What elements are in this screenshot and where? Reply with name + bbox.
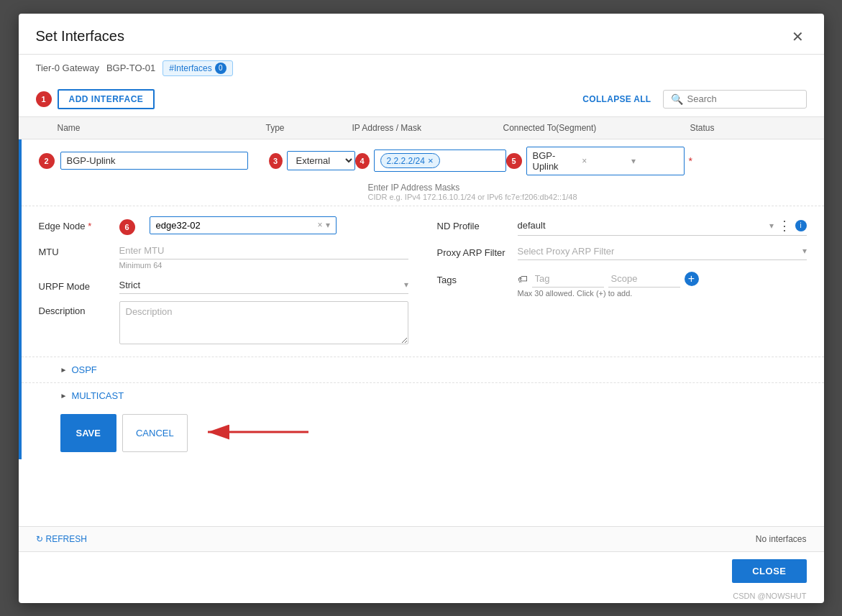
dialog-bottom: CLOSE — [19, 551, 824, 590]
name-cell — [60, 152, 269, 170]
ip-tag-remove[interactable]: × — [428, 155, 434, 166]
ip-tag-value: 2.2.2.2/24 — [387, 156, 425, 166]
col-check — [36, 123, 58, 133]
multicast-section[interactable]: ► MULTICAST — [22, 382, 824, 408]
proxy-arp-chevron[interactable]: ▾ — [802, 246, 807, 256]
badge-label: #Interfaces — [169, 63, 211, 73]
connected-clear-icon[interactable]: × — [582, 156, 628, 166]
tag-icon: 🏷 — [518, 273, 528, 285]
mtu-control: Minimum 64 — [119, 242, 408, 270]
multicast-label: MULTICAST — [71, 390, 124, 401]
empty-area — [19, 492, 824, 526]
urpf-label: URPF Mode — [39, 277, 111, 292]
urpf-chevron[interactable]: ▾ — [404, 280, 408, 290]
edge-node-field[interactable]: × ▾ — [150, 216, 337, 234]
details-right: ND Profile default ▾ ⋮ i — [437, 216, 807, 354]
type-cell: 3 External Service Loopback — [269, 151, 355, 170]
edge-node-input[interactable] — [156, 220, 315, 231]
tags-row-wrap: Tags 🏷 + Max 30 allowed. Click (+) to ad… — [437, 270, 807, 298]
name-input[interactable] — [60, 152, 248, 170]
details-section: Edge Node * 6 × ▾ — [22, 206, 824, 357]
description-row: Description — [39, 301, 408, 346]
proxy-arp-row: Proxy ARP Filter Select Proxy ARP Filter… — [437, 243, 807, 260]
mtu-hint: Minimum 64 — [119, 261, 408, 270]
proxy-arp-control: Select Proxy ARP Filter ▾ — [518, 243, 807, 260]
interfaces-badge[interactable]: #Interfaces 0 — [163, 60, 232, 76]
description-control — [119, 301, 408, 346]
edge-node-row: Edge Node * 6 × ▾ — [39, 216, 408, 235]
tag-input[interactable] — [532, 270, 604, 288]
dialog-subtitle: Tier-0 Gateway BGP-TO-01 #Interfaces 0 — [19, 55, 824, 82]
close-button[interactable]: CLOSE — [732, 559, 806, 583]
ospf-section[interactable]: ► OSPF — [22, 357, 824, 382]
description-label: Description — [39, 301, 111, 316]
dialog-footer: ↻ REFRESH No interfaces — [19, 526, 824, 551]
gateway-label: Tier-0 Gateway — [36, 63, 99, 73]
col-ip: IP Address / Mask — [352, 123, 503, 133]
tags-control: 🏷 + Max 30 allowed. Click (+) to add. — [518, 270, 807, 298]
connected-field[interactable]: BGP-Uplink × ▾ — [526, 147, 685, 175]
multicast-chevron: ► — [60, 392, 68, 400]
connected-value: BGP-Uplink — [533, 150, 580, 172]
refresh-button[interactable]: ↻ REFRESH — [36, 534, 87, 544]
collapse-all-button[interactable]: COLLAPSE ALL — [582, 94, 651, 104]
ip-hints: Enter IP Address Masks CIDR e.g. IPv4 17… — [351, 183, 824, 206]
search-box: 🔍 — [663, 90, 807, 109]
proxy-arp-placeholder: Select Proxy ARP Filter — [518, 246, 802, 257]
connected-dropdown-icon[interactable]: ▾ — [631, 156, 678, 166]
nd-profile-row: ND Profile default ▾ ⋮ i — [437, 216, 807, 236]
watermark: CSDN @NOWSHUT — [19, 590, 824, 603]
col-name: Name — [58, 123, 266, 133]
refresh-label: REFRESH — [46, 534, 87, 544]
table-header: Name Type IP Address / Mask Connected To… — [19, 116, 824, 139]
details-left: Edge Node * 6 × ▾ — [39, 216, 408, 354]
mtu-row: MTU Minimum 64 — [39, 242, 408, 270]
connected-cell: 5 BGP-Uplink × ▾ * — [506, 147, 693, 175]
dialog-title: Set Interfaces — [36, 28, 124, 45]
step-badge-3: 3 — [269, 153, 283, 169]
ip-field[interactable]: 2.2.2.2/24 × — [374, 150, 506, 172]
add-interface-button[interactable]: ADD INTERFACE — [58, 89, 155, 109]
edge-node-label: Edge Node * — [39, 216, 111, 231]
dialog-header: Set Interfaces ✕ — [19, 14, 824, 55]
tags-label: Tags — [437, 270, 509, 285]
gateway-name: BGP-TO-01 — [106, 63, 155, 73]
tags-input-row: 🏷 + — [518, 270, 807, 288]
step-badge-2: 2 — [39, 153, 55, 169]
type-select[interactable]: External Service Loopback — [287, 151, 355, 170]
badge-count: 0 — [215, 63, 226, 74]
ip-tag: 2.2.2.2/24 × — [380, 153, 440, 168]
ip-hint-enter: Enter IP Address Masks — [368, 183, 807, 193]
table-body: 2 3 External Service Loopback 4 — [19, 139, 824, 493]
search-icon: 🔍 — [671, 93, 683, 105]
ospf-chevron: ► — [60, 366, 68, 374]
scope-input[interactable] — [608, 270, 680, 288]
step-badge-5: 5 — [506, 153, 522, 169]
row-main: 2 3 External Service Loopback 4 — [22, 139, 824, 183]
save-button[interactable]: SAVE — [60, 414, 116, 452]
edge-node-clear[interactable]: × — [317, 220, 322, 230]
nd-info-icon[interactable]: i — [795, 220, 807, 231]
table-row: 2 3 External Service Loopback 4 — [19, 139, 824, 459]
mtu-label: MTU — [39, 242, 111, 257]
no-interfaces-text: No interfaces — [756, 534, 807, 544]
step-badge-6: 6 — [119, 219, 135, 235]
arrow-annotation — [201, 414, 316, 450]
search-input[interactable] — [687, 93, 799, 104]
col-type: Type — [266, 123, 352, 133]
dialog-close-icon[interactable]: ✕ — [789, 27, 807, 47]
description-textarea[interactable] — [119, 301, 408, 344]
urpf-control: Strict ▾ — [119, 277, 408, 294]
nd-profile-label: ND Profile — [437, 216, 509, 231]
cancel-button[interactable]: CANCEL — [122, 414, 188, 452]
step-badge-1: 1 — [36, 91, 52, 107]
nd-profile-control: default ▾ ⋮ i — [518, 216, 807, 236]
nd-profile-chevron[interactable]: ▾ — [769, 221, 774, 231]
mtu-input[interactable] — [119, 242, 408, 259]
step-badge-4: 4 — [355, 153, 370, 169]
refresh-icon: ↻ — [36, 534, 43, 544]
add-tag-button[interactable]: + — [685, 272, 699, 286]
ip-cell: 4 2.2.2.2/24 × — [355, 150, 506, 172]
nd-options-icon[interactable]: ⋮ — [778, 219, 791, 232]
edge-node-chevron[interactable]: ▾ — [326, 220, 330, 230]
